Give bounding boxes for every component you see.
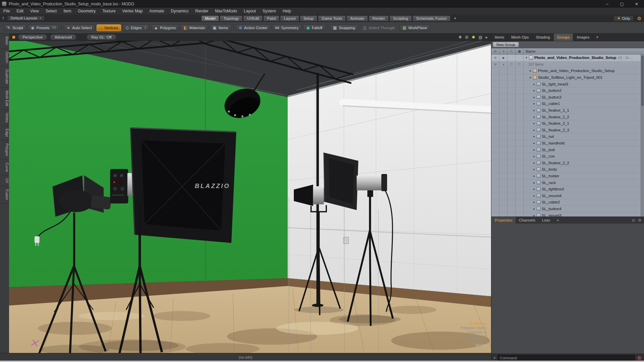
tree-row[interactable]: SL_fixative_2_2: [491, 160, 644, 167]
tree-row[interactable]: SL_button3: [491, 94, 644, 101]
select-cell[interactable]: [499, 87, 507, 94]
layout-tab[interactable]: Schematic Fusion: [413, 15, 450, 21]
visibility-cell[interactable]: [491, 160, 499, 166]
menu-item[interactable]: Texture: [99, 8, 119, 15]
render-cell[interactable]: [516, 74, 524, 81]
materials-mode-button[interactable]: ◧ Materials: [180, 24, 208, 31]
select-cell[interactable]: [499, 140, 507, 146]
collapse-panel-icon[interactable]: ▸: [486, 35, 488, 40]
layout-preset-dropdown[interactable]: Default Layouts ▾: [7, 15, 44, 21]
filter-cell[interactable]: [507, 146, 516, 153]
filter-cell[interactable]: [507, 186, 516, 192]
filter-cell[interactable]: [507, 212, 516, 217]
gear-icon[interactable]: ⚙: [637, 16, 641, 21]
select-cell[interactable]: [499, 107, 507, 114]
menu-item[interactable]: File: [0, 8, 13, 15]
select-cell[interactable]: [499, 133, 507, 140]
filter-cell[interactable]: [507, 140, 516, 146]
add-layout-tab-button[interactable]: +: [451, 15, 459, 21]
properties-tab[interactable]: Channels: [516, 217, 539, 224]
filter-cell[interactable]: [507, 192, 516, 199]
tree-row[interactable]: SL_button2: [491, 87, 644, 94]
select-cell[interactable]: [499, 120, 507, 127]
edges-mode-button[interactable]: ◇ Edges 2: [123, 24, 149, 31]
vertices-mode-button[interactable]: ∴ Vertices: [97, 24, 121, 31]
visibility-cell[interactable]: [491, 114, 499, 120]
filter-cell[interactable]: [507, 101, 516, 107]
select-cell[interactable]: [499, 206, 507, 212]
expander-icon[interactable]: [532, 96, 536, 99]
visibility-cell[interactable]: [491, 107, 499, 114]
select-cell[interactable]: [499, 55, 507, 61]
select-cell[interactable]: [499, 94, 507, 101]
menu-item[interactable]: View: [27, 8, 42, 15]
panel-tab[interactable]: Images: [573, 34, 593, 41]
layout-tab[interactable]: Paint: [263, 15, 279, 21]
expander-icon[interactable]: [532, 89, 536, 92]
visibility-cell[interactable]: [491, 206, 499, 212]
new-group-button[interactable]: New Group: [493, 42, 519, 47]
viewport-mode-button[interactable]: Perspective: [18, 34, 47, 40]
visibility-cell[interactable]: [491, 74, 499, 81]
render-cell[interactable]: [516, 160, 524, 166]
render-cell[interactable]: [516, 101, 524, 107]
render-cell[interactable]: [516, 114, 524, 120]
render-cell[interactable]: [516, 173, 524, 179]
tree-row[interactable]: SL_rack: [491, 179, 644, 186]
visibility-cell[interactable]: [491, 61, 499, 68]
action-center-button[interactable]: ⊕ Action Center: [236, 24, 271, 31]
tree-row[interactable]: SL_con: [491, 153, 644, 160]
tree-row[interactable]: SL_handhold: [491, 140, 644, 147]
close-button[interactable]: ✕: [629, 0, 644, 8]
menu-item[interactable]: Edit: [13, 8, 27, 15]
toolbox-tab[interactable]: Basic: [0, 34, 9, 49]
tree-row[interactable]: Photo_and_Video_Production_Studio_Setup: [491, 68, 644, 74]
select-cell[interactable]: [499, 101, 507, 107]
layout-tab[interactable]: Render: [369, 15, 389, 21]
filter-cell[interactable]: [507, 87, 516, 94]
layout-tab[interactable]: Topology: [220, 15, 243, 21]
render-cell[interactable]: [516, 166, 524, 173]
filter-cell[interactable]: [507, 160, 516, 166]
expander-icon[interactable]: [532, 109, 536, 112]
3d-scene[interactable]: BLAZZIO: [9, 41, 491, 353]
filter-cell[interactable]: [507, 74, 516, 81]
tree-row[interactable]: SL_cable2: [491, 199, 644, 206]
render-cell[interactable]: [516, 107, 524, 114]
expander-icon[interactable]: [532, 161, 536, 165]
render-cell[interactable]: [516, 179, 524, 186]
layout-tab[interactable]: Animate: [346, 15, 368, 21]
minimize-button[interactable]: –: [600, 0, 614, 8]
visibility-cell[interactable]: [491, 166, 499, 173]
tree-row[interactable]: SL_lightbox3: [491, 186, 644, 193]
tree-row[interactable]: SL_fixative_2_1: [491, 120, 644, 127]
tree-row[interactable]: Photo_and_Video_Production_Studio_Setup …: [491, 55, 644, 61]
tree-row[interactable]: SL_mount4: [491, 192, 644, 199]
menu-item[interactable]: Render: [192, 8, 212, 15]
command-input[interactable]: [498, 355, 635, 361]
expander-icon[interactable]: [532, 115, 536, 119]
select-cell[interactable]: [499, 68, 507, 74]
visibility-cell[interactable]: [491, 153, 499, 160]
render-cell[interactable]: [516, 120, 524, 127]
command-history-button[interactable]: [637, 356, 642, 361]
add-properties-tab-button[interactable]: +: [553, 217, 562, 224]
rotate-icon[interactable]: ✱: [472, 35, 475, 40]
visibility-cell[interactable]: [491, 133, 499, 140]
filter-cell[interactable]: [507, 153, 516, 160]
menu-item[interactable]: MaxToModo: [212, 8, 240, 15]
tree-row[interactable]: SL_mount3: [491, 212, 644, 217]
tree-row[interactable]: SL_fixative_1_2: [491, 114, 644, 120]
expander-icon[interactable]: [532, 187, 536, 191]
panel-tab[interactable]: Groups: [554, 34, 574, 41]
render-cell[interactable]: [516, 127, 524, 133]
expander-icon[interactable]: [532, 148, 536, 152]
panel-tab[interactable]: Items: [491, 34, 508, 41]
viewport-raygl-button[interactable]: Ray GL: Off: [87, 34, 116, 40]
visibility-cell[interactable]: [491, 186, 499, 192]
maximize-button[interactable]: ▢: [614, 0, 629, 8]
tree-row[interactable]: SL_fixative_2_3: [491, 127, 644, 134]
select-cell[interactable]: [499, 166, 507, 173]
select-cell[interactable]: [499, 160, 507, 166]
panel-gear-icon[interactable]: ⚙: [638, 218, 641, 223]
